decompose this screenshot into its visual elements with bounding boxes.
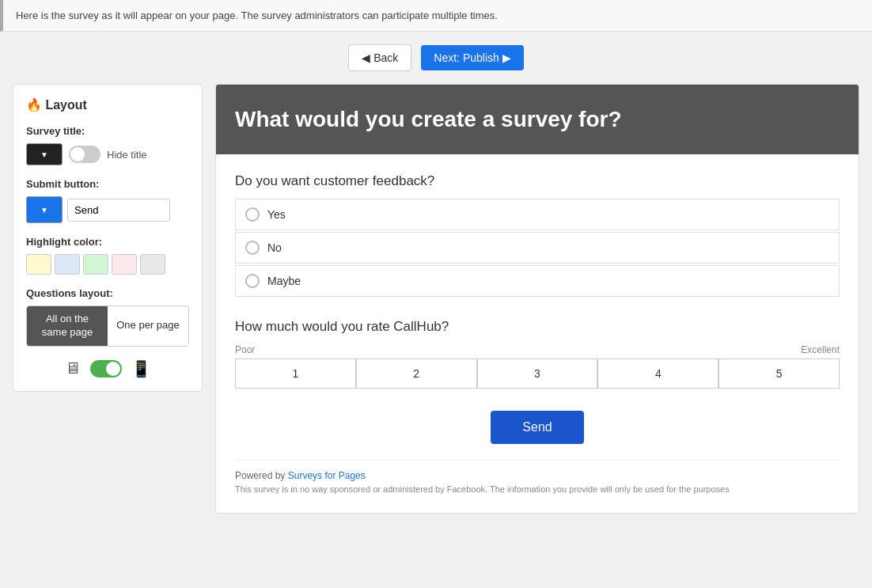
device-toggle: 🖥 📱 (26, 359, 189, 378)
hide-title-toggle[interactable] (69, 146, 100, 163)
layout-one-button[interactable]: One per page (108, 306, 188, 346)
swatch-green[interactable] (83, 254, 108, 275)
question-1-block: Do you want customer feedback? Yes No Ma… (235, 173, 840, 297)
question-2-block: How much would you rate CallHub? Poor Ex… (235, 319, 840, 389)
option-yes-label: Yes (267, 208, 286, 221)
rating-section: Poor Excellent 1 2 3 4 5 (235, 344, 840, 389)
survey-title-row: ▼ Hide title (26, 143, 189, 165)
monitor-icon[interactable]: 🖥 (65, 359, 81, 377)
submit-color-picker[interactable]: ▼ (26, 196, 63, 223)
info-banner-text: Here is the survey as it will appear on … (16, 9, 498, 21)
next-publish-button[interactable]: Next: Publish ▶ (421, 45, 523, 70)
survey-title: What would you create a survey for? (235, 107, 840, 132)
question-2-text: How much would you rate CallHub? (235, 319, 840, 335)
powered-by: Powered by Surveys for Pages (235, 460, 840, 481)
rating-high-label: Excellent (801, 344, 840, 355)
rating-4[interactable]: 4 (597, 358, 718, 389)
layout-all-button[interactable]: All on the same page (27, 306, 108, 346)
info-banner: Here is the survey as it will appear on … (0, 0, 872, 32)
rating-2[interactable]: 2 (356, 358, 477, 389)
radio-yes (245, 207, 260, 222)
rating-1[interactable]: 1 (235, 358, 356, 389)
nav-bar: ◀ Back Next: Publish ▶ (0, 32, 872, 84)
submit-button-label: Submit button: (26, 178, 189, 190)
highlight-color-section: Highlight color: (26, 236, 189, 275)
layout-buttons: All on the same page One per page (26, 305, 189, 347)
option-maybe-label: Maybe (267, 275, 301, 287)
sidebar-title: 🔥 Layout (26, 97, 189, 112)
swatch-gray[interactable] (140, 254, 165, 275)
survey-body: Do you want customer feedback? Yes No Ma… (216, 154, 859, 513)
swatch-yellow[interactable] (26, 254, 51, 275)
send-button-row: Send (235, 411, 840, 444)
option-maybe[interactable]: Maybe (235, 265, 840, 297)
option-no[interactable]: No (235, 232, 840, 264)
rating-3[interactable]: 3 (477, 358, 598, 389)
highlight-color-label: Highlight color: (26, 236, 189, 248)
submit-button-section: Submit button: ▼ (26, 178, 189, 223)
rating-5[interactable]: 5 (718, 358, 840, 389)
back-button[interactable]: ◀ Back (348, 44, 411, 71)
questions-layout-section: Questions layout: All on the same page O… (26, 287, 189, 347)
phone-icon[interactable]: 📱 (131, 359, 151, 378)
survey-preview: What would you create a survey for? Do y… (215, 84, 859, 514)
title-color-picker[interactable]: ▼ (26, 143, 63, 165)
color-swatches (26, 254, 189, 275)
survey-title-label: Survey title: (26, 125, 189, 137)
submit-text-input[interactable] (67, 199, 170, 222)
survey-header: What would you create a survey for? (216, 85, 859, 154)
device-toggle-switch[interactable] (90, 360, 122, 377)
layout-sidebar: 🔥 Layout Survey title: ▼ Hide title Subm… (13, 84, 203, 392)
swatch-pink[interactable] (112, 254, 137, 275)
question-1-text: Do you want customer feedback? (235, 173, 840, 189)
send-button[interactable]: Send (491, 411, 583, 444)
powered-by-disclaimer: This survey is in no way sponsored or ad… (235, 484, 840, 494)
rating-labels: Poor Excellent (235, 344, 840, 355)
hide-title-label: Hide title (107, 149, 147, 161)
rating-numbers: 1 2 3 4 5 (235, 358, 840, 389)
powered-by-prefix: Powered by (235, 470, 288, 481)
radio-no (245, 241, 260, 255)
submit-row: ▼ (26, 196, 189, 223)
rating-low-label: Poor (235, 344, 255, 355)
main-content: 🔥 Layout Survey title: ▼ Hide title Subm… (0, 84, 872, 526)
swatch-blue[interactable] (55, 254, 80, 275)
radio-maybe (245, 274, 260, 288)
questions-layout-label: Questions layout: (26, 287, 189, 299)
option-yes[interactable]: Yes (235, 199, 840, 230)
powered-by-link[interactable]: Surveys for Pages (288, 470, 366, 481)
option-no-label: No (267, 241, 282, 254)
